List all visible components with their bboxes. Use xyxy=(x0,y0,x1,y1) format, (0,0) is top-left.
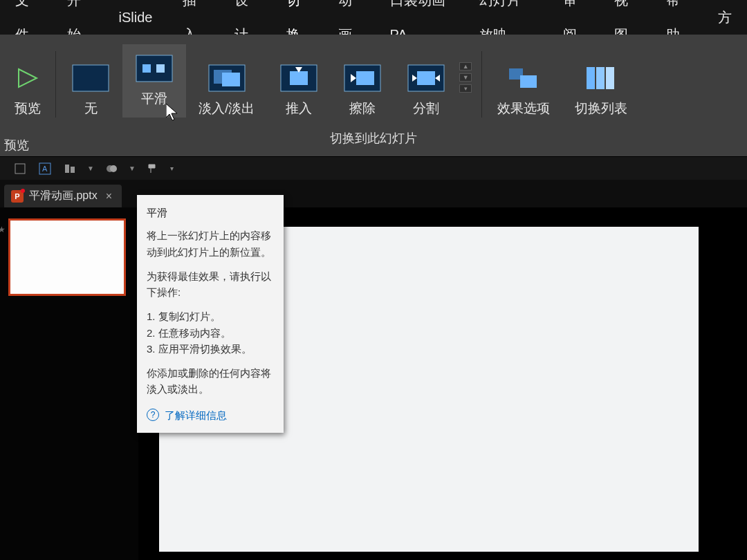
tooltip-step-2: 2. 任意移动内容。 xyxy=(147,325,274,341)
transition-label: 推入 xyxy=(286,100,312,118)
svg-rect-19 xyxy=(520,75,537,88)
effect-options-button[interactable]: 效果选项 xyxy=(485,64,562,118)
preview-button[interactable]: 预览 xyxy=(0,64,53,118)
svg-rect-27 xyxy=(71,167,75,173)
svg-rect-1 xyxy=(73,65,109,91)
tooltip-learn-more-link[interactable]: ? 了解详细信息 xyxy=(147,407,274,423)
transition-morph[interactable]: 平滑 xyxy=(122,44,186,118)
svg-marker-0 xyxy=(19,69,37,87)
push-icon xyxy=(279,64,318,93)
effect-options-icon xyxy=(504,64,543,93)
learn-more-label: 了解详细信息 xyxy=(165,407,227,423)
ribbon-group-caption: 切换到此幻灯片 xyxy=(0,124,747,156)
transition-label: 分割 xyxy=(413,100,439,118)
scroll-down-icon[interactable]: ▼ xyxy=(459,73,472,82)
separator xyxy=(55,51,56,118)
qat-overflow-icon[interactable]: ▾ xyxy=(170,165,174,172)
slide-thumbnail-1[interactable] xyxy=(8,218,126,296)
svg-rect-20 xyxy=(587,67,595,89)
transition-list-button[interactable]: 切换列表 xyxy=(562,64,640,118)
tooltip-step-1: 1. 复制幻灯片。 xyxy=(147,308,274,324)
scroll-up-icon[interactable]: ▲ xyxy=(459,62,472,71)
split-icon xyxy=(407,64,445,93)
dropdown-icon[interactable]: ▼ xyxy=(129,165,136,172)
fade-icon xyxy=(208,64,246,93)
svg-rect-2 xyxy=(136,55,172,82)
quick-access-toolbar: A ▼ ▼ ▾ xyxy=(0,156,747,180)
workspace xyxy=(0,207,747,560)
tooltip-instructions-intro: 为获得最佳效果，请执行以下操作: xyxy=(147,268,274,301)
svg-rect-7 xyxy=(222,73,240,86)
svg-rect-3 xyxy=(142,64,151,73)
effect-options-label: 效果选项 xyxy=(497,100,550,118)
preview-side-label: 预览 xyxy=(4,137,29,153)
tooltip-note: 你添加或删除的任何内容将淡入或淡出。 xyxy=(147,365,274,398)
svg-point-29 xyxy=(110,165,117,172)
svg-rect-21 xyxy=(596,67,605,89)
none-icon xyxy=(71,64,110,93)
close-tab-icon[interactable]: × xyxy=(106,190,112,203)
transition-wipe[interactable]: 擦除 xyxy=(331,64,394,118)
svg-rect-15 xyxy=(417,71,435,85)
transition-fade[interactable]: 淡入/淡出 xyxy=(186,64,267,118)
textbox-icon[interactable]: A xyxy=(37,161,53,176)
transition-split[interactable]: 分割 xyxy=(394,64,458,118)
crop-icon[interactable] xyxy=(12,161,28,176)
svg-rect-23 xyxy=(15,164,25,174)
document-tab-bar: P 平滑动画.pptx × xyxy=(0,180,747,207)
transition-label: 擦除 xyxy=(349,100,376,118)
dropdown-icon[interactable]: ▼ xyxy=(87,165,94,172)
gallery-scroll[interactable]: ▲ ▼ ▾ xyxy=(458,62,479,118)
transition-label: 平滑 xyxy=(141,90,167,108)
tooltip-step-3: 3. 应用平滑切换效果。 xyxy=(147,341,274,357)
transition-label: 无 xyxy=(84,100,98,118)
recolor-icon[interactable] xyxy=(104,161,119,176)
wipe-icon xyxy=(343,64,382,93)
tab-overflow[interactable]: 方 xyxy=(703,0,747,35)
document-filename: 平滑动画.pptx xyxy=(29,189,98,203)
align-icon[interactable] xyxy=(62,161,77,176)
svg-rect-22 xyxy=(606,67,614,89)
gallery-expand-icon[interactable]: ▾ xyxy=(459,84,472,93)
tooltip-title: 平滑 xyxy=(147,205,274,221)
svg-rect-12 xyxy=(356,71,374,85)
ribbon-transitions: 预览 无 平滑 淡入/淡出 推入 擦除 分割 xyxy=(0,35,747,124)
morph-icon xyxy=(135,54,174,83)
menu-bar: 文件 开始 iSlide 插入 设计 切换 动画 口袋动画 PA 幻灯片放映 审… xyxy=(0,0,747,35)
transition-list-icon xyxy=(582,64,620,93)
play-icon xyxy=(8,64,47,93)
svg-rect-4 xyxy=(156,64,165,73)
transition-push[interactable]: 推入 xyxy=(267,64,331,118)
svg-text:A: A xyxy=(42,165,48,173)
format-painter-icon[interactable] xyxy=(145,161,160,176)
morph-tooltip: 平滑 将上一张幻灯片上的内容移动到此幻灯片上的新位置。 为获得最佳效果，请执行以… xyxy=(137,195,284,433)
transition-none[interactable]: 无 xyxy=(59,64,122,118)
tooltip-description: 将上一张幻灯片上的内容移动到此幻灯片上的新位置。 xyxy=(147,227,274,260)
preview-label: 预览 xyxy=(15,100,41,118)
help-icon: ? xyxy=(147,409,159,421)
document-tab[interactable]: P 平滑动画.pptx × xyxy=(4,185,122,207)
tab-islide[interactable]: iSlide xyxy=(104,0,168,35)
svg-rect-9 xyxy=(290,71,308,85)
transition-label: 淡入/淡出 xyxy=(199,100,255,118)
separator xyxy=(481,51,482,118)
transition-list-label: 切换列表 xyxy=(575,100,627,118)
svg-rect-26 xyxy=(65,165,69,173)
powerpoint-icon: P xyxy=(11,190,24,203)
slide-thumbnail-panel xyxy=(0,207,138,560)
